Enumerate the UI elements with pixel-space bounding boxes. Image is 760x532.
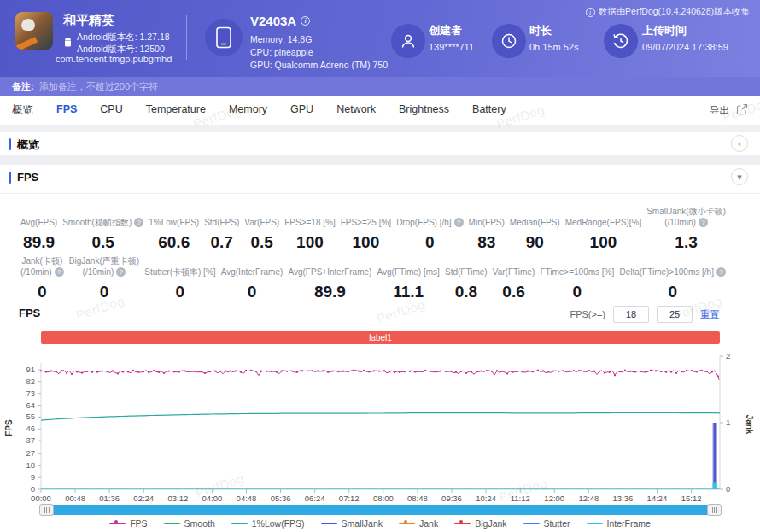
slider-handle-right[interactable]: [707, 504, 722, 516]
help-icon[interactable]: ?: [55, 267, 64, 277]
stat-value: 0: [38, 283, 47, 301]
tab-network[interactable]: Network: [336, 103, 376, 118]
app-name: 和平精英: [63, 13, 114, 29]
android-icon: [63, 36, 73, 51]
legend-item-stutter[interactable]: Stutter: [523, 518, 570, 529]
svg-text:0: 0: [31, 484, 35, 494]
export-button[interactable]: 导出: [710, 104, 729, 117]
stat-label: Median(FPS): [510, 206, 560, 228]
svg-text:15:12: 15:12: [681, 494, 702, 503]
stat-value: 0: [573, 283, 582, 301]
help-icon[interactable]: ?: [454, 218, 464, 227]
stat-value: 0.5: [92, 233, 114, 252]
stat-ftime-100ms: FTime>=100ms [%]0: [540, 255, 614, 301]
reset-button[interactable]: 重置: [700, 308, 720, 321]
stat-value: 1.3: [675, 233, 697, 252]
svg-text:46: 46: [26, 424, 35, 433]
svg-text:2: 2: [726, 351, 730, 360]
fps-threshold-input-2[interactable]: [657, 306, 693, 323]
stat-avg-fps-interframe: Avg(FPS+InterFrame)89.9: [288, 255, 371, 301]
legend-item-fps[interactable]: FPS: [109, 518, 147, 529]
stat-drop-fps-h: Drop(FPS) [/h]?0: [396, 206, 463, 252]
duration-value: 0h 15m 52s: [529, 42, 578, 52]
stat-value: 0.6: [502, 283, 524, 301]
fps-section: FPS ▾ Avg(FPS)89.9Smooth(稳帧指数)?0.51%Low(…: [0, 165, 760, 532]
tab-概览[interactable]: 概览: [12, 103, 33, 118]
legend-item-jank[interactable]: Jank: [399, 518, 438, 529]
stat-label: Var(FPS): [244, 206, 279, 228]
svg-text:91: 91: [26, 365, 35, 374]
note-bar[interactable]: 备注: 添加备注，不超过200个字符: [0, 77, 760, 96]
svg-text:10:24: 10:24: [476, 494, 496, 503]
legend-item-interframe[interactable]: InterFrame: [587, 518, 651, 529]
collect-info-icon: i: [586, 8, 595, 17]
tab-brightness[interactable]: Brightness: [399, 103, 449, 118]
report-header: 和平精英 Android版本名: 1.27.18 Android版本号: 125…: [0, 0, 760, 77]
svg-text:13:36: 13:36: [613, 494, 634, 503]
help-icon[interactable]: ?: [134, 218, 143, 227]
stat-var-fps: Var(FPS)0.5: [244, 206, 279, 252]
svg-text:01:36: 01:36: [99, 494, 120, 503]
stat-std-ftime: Std(FTime)0.8: [445, 255, 488, 301]
tab-battery[interactable]: Battery: [472, 103, 506, 118]
tab-fps[interactable]: FPS: [56, 103, 77, 118]
fps-collapse-button[interactable]: ▾: [731, 168, 748, 185]
svg-text:37: 37: [26, 436, 35, 445]
legend-label: 1%Low(FPS): [252, 518, 305, 529]
fps-chart[interactable]: 09182737465564738291012FPSJank00:0000:48…: [0, 346, 760, 504]
legend-swatch: [231, 523, 248, 525]
creator-label: 创建者: [429, 23, 474, 38]
svg-text:05:36: 05:36: [271, 494, 291, 503]
app-package: com.tencent.tmgp.pubgmhd: [56, 54, 172, 64]
chart-label-region[interactable]: label1: [41, 331, 720, 344]
stat-value: 60.6: [158, 233, 190, 252]
legend-item-smooth[interactable]: Smooth: [164, 518, 215, 529]
fps-threshold-input-1[interactable]: [613, 306, 649, 323]
legend-item-bigjank[interactable]: BigJank: [454, 518, 506, 529]
stat-fps-18: FPS>=18 [%]100: [284, 206, 335, 252]
tab-memory[interactable]: Memory: [229, 103, 267, 118]
chevron-down-icon: ▾: [737, 172, 742, 183]
device-info-icon[interactable]: i: [301, 16, 310, 26]
svg-text:00:48: 00:48: [65, 494, 85, 503]
stat-value: 11.1: [393, 283, 424, 301]
stat-label: FTime>=100ms [%]: [540, 255, 614, 278]
help-icon[interactable]: ?: [716, 267, 726, 277]
overview-collapse-button[interactable]: ‹: [731, 135, 748, 152]
fps-stats-row-1: Avg(FPS)89.9Smooth(稳帧指数)?0.51%Low(FPS)60…: [20, 206, 726, 252]
stat-avg-ftime-ms: Avg(FTime) [ms]11.1: [377, 255, 440, 301]
app-icon-band: [15, 37, 38, 50]
export-icon[interactable]: [736, 103, 748, 119]
overview-accent-bar: [9, 138, 11, 150]
svg-text:06:24: 06:24: [305, 494, 325, 503]
stat-value: 90: [526, 233, 544, 252]
chart-range-slider[interactable]: [41, 505, 720, 515]
header-divider: [186, 15, 187, 60]
legend-item-smalljank[interactable]: SmallJank: [321, 518, 383, 529]
legend-label: Jank: [419, 518, 438, 529]
legend-item-1-low-fps[interactable]: 1%Low(FPS): [231, 518, 305, 529]
fps-section-title: FPS: [17, 171, 38, 184]
stat-label: Std(FTime): [445, 255, 488, 278]
stat-label: BigJank(严重卡顿)(/10min)?: [69, 255, 139, 278]
stat-label: 1%Low(FPS): [149, 206, 199, 228]
overview-section: 概览 ‹: [0, 132, 760, 155]
tab-temperature[interactable]: Temperature: [146, 103, 206, 118]
stat-label: Var(FTime): [493, 255, 535, 278]
legend-swatch: [523, 523, 540, 525]
legend-label: Smooth: [184, 518, 215, 529]
chevron-left-icon: ‹: [738, 138, 741, 149]
svg-text:04:00: 04:00: [202, 494, 223, 503]
stat-label: MedRange(FPS)[%]: [565, 206, 641, 228]
tabs: 概览FPSCPUTemperatureMemoryGPUNetworkBrigh…: [12, 103, 506, 118]
help-icon[interactable]: ?: [116, 267, 126, 277]
slider-handle-left[interactable]: [39, 504, 54, 516]
device-model: V2403A: [250, 14, 296, 28]
duration-icon: [492, 24, 526, 58]
android-version-name: Android版本名: 1.27.18: [77, 32, 170, 44]
tab-gpu[interactable]: GPU: [290, 103, 313, 118]
svg-text:82: 82: [26, 377, 35, 386]
help-icon[interactable]: ?: [699, 218, 708, 227]
tab-cpu[interactable]: CPU: [100, 103, 122, 118]
stat-value: 0.5: [251, 233, 273, 252]
